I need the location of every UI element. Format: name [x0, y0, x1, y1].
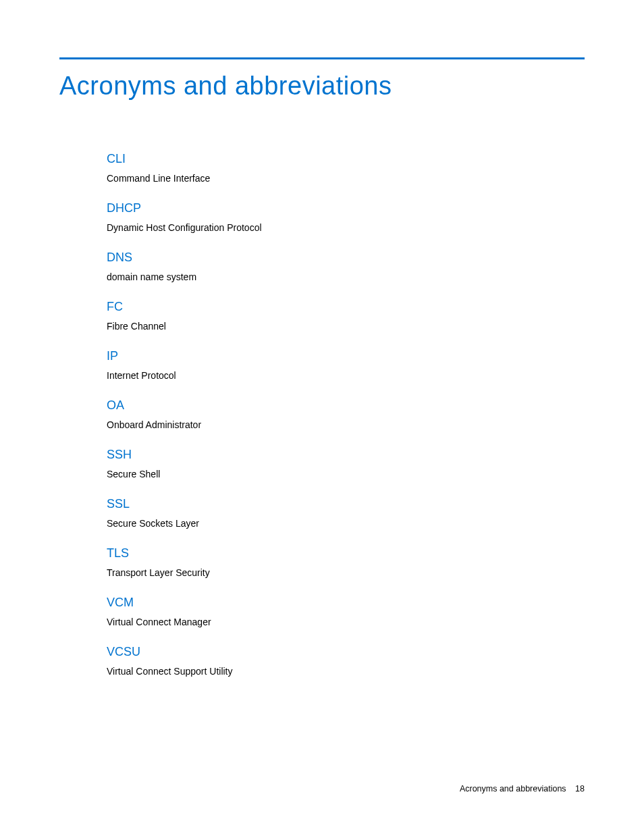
entries-list: CLI Command Line Interface DHCP Dynamic … [59, 152, 585, 677]
page-footer: Acronyms and abbreviations 18 [460, 784, 585, 793]
entry-fc: FC Fibre Channel [107, 300, 585, 332]
footer-section: Acronyms and abbreviations [460, 784, 566, 793]
entry-oa: OA Onboard Administrator [107, 398, 585, 430]
definition: Command Line Interface [107, 173, 585, 184]
footer-page-number: 18 [575, 784, 585, 793]
term: VCSU [107, 645, 585, 659]
definition: Onboard Administrator [107, 419, 585, 430]
definition: Virtual Connect Manager [107, 617, 585, 627]
term: VCM [107, 596, 585, 610]
entry-tls: TLS Transport Layer Security [107, 546, 585, 578]
definition: Virtual Connect Support Utility [107, 666, 585, 677]
definition: Dynamic Host Configuration Protocol [107, 222, 585, 233]
definition: domain name system [107, 271, 585, 282]
entry-ssl: SSL Secure Sockets Layer [107, 497, 585, 529]
term: SSL [107, 497, 585, 511]
definition: Secure Sockets Layer [107, 518, 585, 529]
term: CLI [107, 152, 585, 166]
entry-ssh: SSH Secure Shell [107, 448, 585, 479]
term: DNS [107, 251, 585, 265]
definition: Transport Layer Security [107, 567, 585, 578]
page-title: Acronyms and abbreviations [59, 72, 585, 101]
term: FC [107, 300, 585, 314]
entry-dhcp: DHCP Dynamic Host Configuration Protocol [107, 201, 585, 233]
term: OA [107, 398, 585, 413]
page-content: Acronyms and abbreviations CLI Command L… [0, 0, 644, 677]
entry-vcsu: VCSU Virtual Connect Support Utility [107, 645, 585, 677]
term: IP [107, 349, 585, 363]
definition: Internet Protocol [107, 370, 585, 381]
entry-ip: IP Internet Protocol [107, 349, 585, 381]
term: SSH [107, 448, 585, 462]
definition: Secure Shell [107, 469, 585, 479]
entry-dns: DNS domain name system [107, 251, 585, 282]
entry-vcm: VCM Virtual Connect Manager [107, 596, 585, 627]
term: TLS [107, 546, 585, 561]
definition: Fibre Channel [107, 321, 585, 332]
entry-cli: CLI Command Line Interface [107, 152, 585, 184]
term: DHCP [107, 201, 585, 215]
title-rule [59, 57, 585, 59]
